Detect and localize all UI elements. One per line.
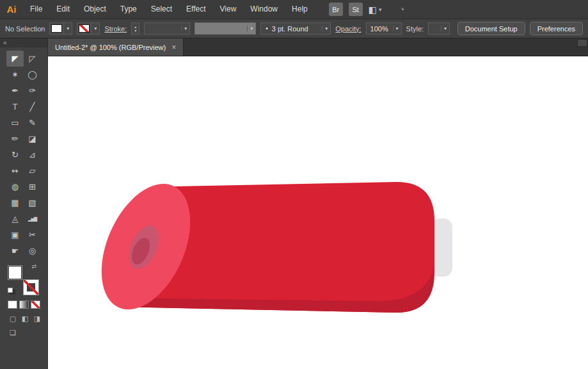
- rectangle-icon: ▭: [11, 118, 19, 127]
- slice-tool-button[interactable]: ✂: [24, 227, 41, 243]
- none-button[interactable]: [31, 300, 40, 309]
- fill-color-control[interactable]: ▾: [49, 22, 72, 35]
- perspective-grid-icon: ⊞: [29, 182, 36, 192]
- type-tool-button[interactable]: T: [6, 99, 24, 115]
- chevron-down-icon: ▾: [441, 26, 449, 31]
- variable-width-select[interactable]: ▾: [195, 22, 256, 35]
- free-transform-icon: ▱: [29, 166, 36, 176]
- mesh-tool-button[interactable]: ▦: [6, 195, 24, 211]
- menu-select[interactable]: Select: [144, 0, 179, 19]
- style-select[interactable]: ▾: [428, 22, 450, 35]
- color-button[interactable]: [8, 300, 17, 309]
- artboard-icon: ▣: [11, 230, 19, 240]
- fill-indicator-swatch[interactable]: [8, 265, 22, 280]
- menu-window[interactable]: Window: [243, 0, 285, 19]
- graph-tool-button[interactable]: ▂▅▇: [24, 211, 41, 227]
- chevron-down-icon: ▾: [393, 26, 401, 31]
- magic-wand-icon: ✶: [12, 70, 19, 79]
- selection-status: No Selection: [5, 25, 45, 33]
- tools-panel-collapse-button[interactable]: «: [0, 38, 47, 47]
- artboard-canvas[interactable]: [48, 56, 588, 369]
- menu-view[interactable]: View: [213, 0, 244, 19]
- artwork-svg: [48, 56, 588, 369]
- eyedropper-tool-button[interactable]: ◬: [6, 211, 24, 227]
- panel-dock-collapsed[interactable]: [577, 39, 587, 47]
- gradient-icon: ▧: [28, 198, 36, 208]
- preferences-button[interactable]: Preferences: [530, 22, 583, 35]
- lasso-tool-button[interactable]: ◯: [24, 67, 41, 83]
- stroke-color-control[interactable]: ▾: [77, 22, 100, 35]
- opacity-value: 100%: [367, 25, 393, 33]
- direct-selection-tool-button[interactable]: ◸: [24, 51, 41, 67]
- rotate-icon: ↻: [12, 150, 19, 160]
- menu-effect[interactable]: Effect: [179, 0, 212, 19]
- selection-tool-button[interactable]: ◤: [6, 51, 24, 67]
- close-icon[interactable]: ×: [171, 43, 176, 52]
- tools-grid: ◤ ◸ ✶ ◯ ✒ ✑ T ╱ ▭ ✎ ✏ ◪ ↻ ⊿ ↭ ▱ ◍ ⊞ ▦ ▧ …: [6, 51, 41, 259]
- fill-stroke-indicator: ⇄: [8, 265, 38, 295]
- workspace-layout-control[interactable]: ◧ ▾: [369, 4, 382, 15]
- stroke-weight-stepper[interactable]: ▴ ▾: [131, 22, 139, 35]
- document-tab-title: Untitled-2* @ 100% (RGB/Preview): [55, 44, 166, 51]
- brush-definition-select[interactable]: • 3 pt. Round ▾: [260, 22, 331, 35]
- gradient-tool-button[interactable]: ▧: [24, 195, 41, 211]
- chevron-down-icon: ▾: [181, 26, 189, 31]
- eraser-tool-button[interactable]: ◪: [24, 131, 41, 147]
- stroke-panel-link[interactable]: Stroke:: [104, 25, 127, 33]
- chevron-down-icon: ▾: [322, 26, 330, 31]
- opacity-select[interactable]: 100% ▾: [366, 22, 402, 35]
- lasso-icon: ◯: [28, 70, 37, 79]
- hand-icon: ☛: [12, 246, 19, 256]
- hand-tool-button[interactable]: ☛: [6, 243, 24, 259]
- paintbrush-tool-button[interactable]: ✎: [24, 115, 41, 131]
- chevron-down-icon: ▾: [379, 6, 382, 13]
- line-segment-icon: ╱: [30, 102, 35, 111]
- menu-edit[interactable]: Edit: [49, 0, 77, 19]
- magic-wand-tool-button[interactable]: ✶: [6, 67, 24, 83]
- draw-inside-mode-button[interactable]: ◨: [32, 315, 42, 323]
- shape-builder-tool-button[interactable]: ◍: [6, 179, 24, 195]
- document-tab[interactable]: Untitled-2* @ 100% (RGB/Preview) ×: [48, 38, 184, 56]
- eyedropper-icon: ◬: [12, 214, 19, 224]
- document-setup-button[interactable]: Document Setup: [457, 22, 525, 35]
- artboard-tool-button[interactable]: ▣: [6, 227, 24, 243]
- mesh-icon: ▦: [11, 198, 19, 208]
- width-tool-button[interactable]: ↭: [6, 163, 24, 179]
- direct-selection-arrow-icon: ◸: [29, 54, 36, 63]
- control-bar: No Selection ▾ ▾ Stroke: ▴ ▾ ▾ ▾ • 3 pt.…: [0, 19, 588, 38]
- type-icon: T: [13, 102, 18, 111]
- gpu-performance-icon[interactable]: ◔: [399, 4, 405, 15]
- free-transform-tool-button[interactable]: ▱: [24, 163, 41, 179]
- slice-icon: ✂: [29, 230, 36, 240]
- drawing-modes-row: ▢ ◧ ◨: [8, 315, 47, 323]
- scale-icon: ⊿: [29, 150, 36, 160]
- perspective-grid-tool-button[interactable]: ⊞: [24, 179, 41, 195]
- menu-bar: Ai File Edit Object Type Select Effect V…: [0, 0, 588, 19]
- menu-object[interactable]: Object: [77, 0, 113, 19]
- stroke-indicator-swatch[interactable]: [24, 280, 38, 295]
- zoom-tool-button[interactable]: ◎: [24, 243, 41, 259]
- draw-behind-mode-button[interactable]: ◧: [20, 315, 30, 323]
- rectangle-tool-button[interactable]: ▭: [6, 115, 24, 131]
- pencil-tool-button[interactable]: ✏: [6, 131, 24, 147]
- document-tab-bar: Untitled-2* @ 100% (RGB/Preview) ×: [48, 38, 588, 56]
- menu-type[interactable]: Type: [113, 0, 144, 19]
- pen-tool-button[interactable]: ✒: [6, 83, 24, 99]
- line-segment-tool-button[interactable]: ╱: [24, 99, 41, 115]
- gradient-button[interactable]: [19, 300, 29, 309]
- chevron-down-icon: ▾: [91, 23, 99, 34]
- opacity-panel-link[interactable]: Opacity:: [335, 25, 361, 33]
- selection-arrow-icon: ◤: [12, 54, 19, 63]
- menu-file[interactable]: File: [23, 0, 49, 19]
- curvature-tool-button[interactable]: ✑: [24, 83, 41, 99]
- scale-tool-button[interactable]: ⊿: [24, 147, 41, 163]
- screen-mode-button[interactable]: ❏: [8, 329, 18, 337]
- stock-button[interactable]: St: [349, 3, 363, 16]
- draw-normal-mode-button[interactable]: ▢: [8, 315, 18, 323]
- rotate-tool-button[interactable]: ↻: [6, 147, 24, 163]
- swap-fill-stroke-icon[interactable]: ⇄: [31, 263, 36, 270]
- default-fill-stroke-icon[interactable]: [8, 288, 13, 293]
- stroke-weight-select[interactable]: ▾: [144, 22, 190, 35]
- menu-help[interactable]: Help: [285, 0, 315, 19]
- bridge-button[interactable]: Br: [329, 3, 343, 16]
